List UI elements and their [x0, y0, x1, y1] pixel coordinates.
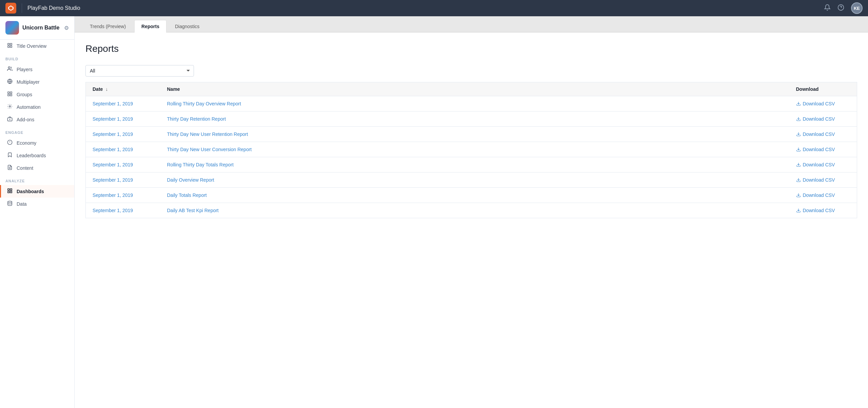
- download-icon: [796, 101, 801, 106]
- report-name-link[interactable]: Thirty Day New User Retention Report: [167, 131, 248, 137]
- sidebar-item-automation[interactable]: Automation: [0, 101, 74, 113]
- download-csv-label: Download CSV: [803, 177, 835, 183]
- multiplayer-icon: [6, 79, 13, 85]
- reports-table: Date ↓ Name Download September 1, 2019Ro…: [85, 82, 857, 218]
- sidebar-item-players[interactable]: Players: [0, 63, 74, 76]
- svg-rect-4: [8, 43, 9, 45]
- date-link[interactable]: September 1, 2019: [93, 101, 133, 106]
- data-label: Data: [17, 201, 27, 207]
- svg-rect-11: [8, 92, 9, 94]
- svg-rect-12: [10, 92, 12, 94]
- economy-icon: [6, 140, 13, 146]
- report-name-link[interactable]: Daily Totals Report: [167, 192, 207, 198]
- date-link[interactable]: September 1, 2019: [93, 116, 133, 122]
- leaderboards-label: Leaderboards: [17, 153, 46, 158]
- sidebar-item-multiplayer[interactable]: Multiplayer: [0, 76, 74, 88]
- column-header-name: Name: [160, 82, 789, 96]
- download-csv-link[interactable]: Download CSV: [796, 147, 850, 152]
- playfab-logo: [5, 3, 16, 14]
- table-row: September 1, 2019Rolling Thirty Day Tota…: [86, 157, 857, 172]
- download-csv-link[interactable]: Download CSV: [796, 162, 850, 167]
- sidebar: Unicorn Battle ⚙ Title Overview BUILD: [0, 16, 75, 408]
- download-csv-label: Download CSV: [803, 116, 835, 122]
- report-name-link[interactable]: Thirty Day Retention Report: [167, 116, 226, 122]
- download-csv-link[interactable]: Download CSV: [796, 177, 850, 183]
- content-icon: [6, 165, 13, 171]
- report-name-link[interactable]: Thirty Day New User Conversion Report: [167, 147, 252, 152]
- automation-icon: [6, 104, 13, 110]
- sidebar-item-addons[interactable]: Add-ons: [0, 113, 74, 126]
- players-icon: [6, 66, 13, 73]
- tab-trends[interactable]: Trends (Preview): [83, 20, 133, 33]
- tab-diagnostics[interactable]: Diagnostics: [168, 20, 206, 33]
- filter-select[interactable]: All Daily Thirty Day Rolling Thirty Day: [85, 65, 194, 77]
- sidebar-header: Unicorn Battle ⚙: [0, 16, 74, 40]
- report-name-link[interactable]: Rolling Thirty Day Overview Report: [167, 101, 241, 106]
- column-header-date[interactable]: Date ↓: [86, 82, 160, 96]
- addons-label: Add-ons: [17, 117, 34, 122]
- download-csv-link[interactable]: Download CSV: [796, 131, 850, 137]
- svg-point-8: [8, 67, 10, 68]
- download-csv-label: Download CSV: [803, 162, 835, 167]
- svg-rect-27: [8, 191, 9, 193]
- table-row: September 1, 2019Daily Totals ReportDown…: [86, 188, 857, 203]
- download-icon: [796, 193, 801, 198]
- svg-point-15: [9, 106, 11, 107]
- table-row: September 1, 2019Daily Overview ReportDo…: [86, 172, 857, 188]
- leaderboards-icon: [6, 152, 13, 159]
- download-icon: [796, 178, 801, 182]
- page-content: Reports All Daily Thirty Day Rolling Thi…: [75, 33, 868, 408]
- content-area: Trends (Preview) Reports Diagnostics Rep…: [75, 16, 868, 408]
- section-label-analyze: ANALYZE: [0, 174, 74, 185]
- svg-rect-25: [10, 189, 12, 190]
- groups-icon: [6, 91, 13, 98]
- svg-rect-13: [8, 94, 9, 96]
- sidebar-item-title-overview[interactable]: Title Overview: [0, 40, 74, 52]
- sidebar-item-economy[interactable]: Economy: [0, 137, 74, 149]
- main-layout: Unicorn Battle ⚙ Title Overview BUILD: [0, 16, 868, 408]
- report-name-link[interactable]: Rolling Thirty Day Totals Report: [167, 162, 234, 167]
- download-icon: [796, 147, 801, 152]
- page-title: Reports: [85, 43, 857, 54]
- download-csv-link[interactable]: Download CSV: [796, 116, 850, 122]
- date-link[interactable]: September 1, 2019: [93, 131, 133, 137]
- date-link[interactable]: September 1, 2019: [93, 208, 133, 213]
- multiplayer-label: Multiplayer: [17, 79, 40, 85]
- date-link[interactable]: September 1, 2019: [93, 177, 133, 183]
- svg-rect-7: [8, 46, 9, 47]
- date-link[interactable]: September 1, 2019: [93, 192, 133, 198]
- column-header-download: Download: [789, 82, 857, 96]
- date-link[interactable]: September 1, 2019: [93, 147, 133, 152]
- sidebar-item-data[interactable]: Data: [0, 198, 74, 210]
- notification-icon[interactable]: [824, 4, 831, 13]
- topbar-title: PlayFab Demo Studio: [27, 5, 80, 11]
- sidebar-item-groups[interactable]: Groups: [0, 88, 74, 101]
- dashboards-label: Dashboards: [17, 189, 44, 194]
- addons-icon: [6, 116, 13, 123]
- download-icon: [796, 208, 801, 213]
- report-name-link[interactable]: Daily Overview Report: [167, 177, 214, 183]
- user-avatar[interactable]: KE: [851, 2, 863, 14]
- svg-rect-14: [10, 94, 12, 96]
- players-label: Players: [17, 67, 33, 72]
- sidebar-item-leaderboards[interactable]: Leaderboards: [0, 149, 74, 162]
- topbar: PlayFab Demo Studio KE: [0, 0, 868, 16]
- sidebar-item-dashboards[interactable]: Dashboards: [0, 185, 74, 198]
- settings-gear-icon[interactable]: ⚙: [64, 25, 69, 31]
- date-link[interactable]: September 1, 2019: [93, 162, 133, 167]
- svg-rect-24: [8, 189, 9, 190]
- data-icon: [6, 201, 13, 207]
- report-name-link[interactable]: Daily AB Test Kpi Report: [167, 208, 219, 213]
- download-csv-link[interactable]: Download CSV: [796, 192, 850, 198]
- sidebar-item-content[interactable]: Content: [0, 162, 74, 174]
- topbar-right: KE: [824, 2, 863, 14]
- svg-rect-5: [10, 43, 12, 45]
- tab-reports[interactable]: Reports: [134, 20, 166, 33]
- automation-label: Automation: [17, 104, 41, 110]
- help-icon[interactable]: [837, 4, 844, 13]
- download-csv-link[interactable]: Download CSV: [796, 208, 850, 213]
- game-icon: [5, 21, 19, 35]
- table-row: September 1, 2019Daily AB Test Kpi Repor…: [86, 203, 857, 218]
- download-icon: [796, 162, 801, 167]
- download-csv-link[interactable]: Download CSV: [796, 101, 850, 106]
